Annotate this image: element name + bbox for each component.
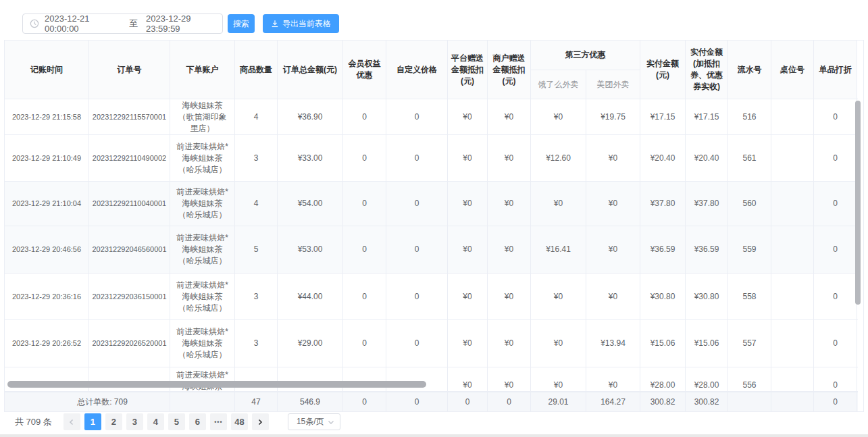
table-row: 2023-12-29 20:36:16 202312292036150001 前… [5, 274, 858, 320]
search-button[interactable]: 搜索 [228, 14, 255, 33]
cell-paid-coupon: ¥15.06 [686, 320, 728, 367]
cell-meituan: ¥0 [586, 182, 640, 226]
more-pages-icon[interactable]: ••• [210, 413, 227, 430]
cell-total: ¥44.00 [278, 274, 343, 319]
cell-time: 2023-12-29 20:36:16 [5, 274, 89, 319]
cell-member: 0 [343, 99, 386, 134]
summary-serial [728, 392, 771, 411]
summary-meituan: 164.27 [586, 392, 640, 411]
cell-total: ¥33.00 [278, 135, 343, 181]
pagination-total: 共 709 条 [15, 416, 52, 428]
export-button[interactable]: 导出当前表格 [263, 14, 339, 33]
page-button-6[interactable]: 6 [189, 413, 206, 430]
col-header-total: 订单总金额(元) [278, 41, 343, 99]
col-header-third-party: 第三方优惠 [531, 41, 640, 70]
cell-discount: 0 [814, 367, 857, 391]
cell-time: 2023-12-29 21:10:04 [5, 182, 89, 226]
page-button-4[interactable]: 4 [147, 413, 164, 430]
summary-account [170, 392, 235, 411]
cell-account: 海峡姐妹茶（歌笛湖印象里店） [170, 99, 235, 134]
page-button-2[interactable]: 2 [105, 413, 122, 430]
cell-serial: 558 [728, 274, 771, 319]
cell-table-no [771, 367, 814, 391]
col-header-merchant: 商户赠送金额抵扣(元) [488, 41, 531, 99]
cell-serial: 556 [728, 367, 771, 391]
cell-eleme: ¥0 [531, 274, 586, 319]
cell-order: 202312292110040001 [89, 182, 170, 226]
cell-serial: 516 [728, 99, 771, 134]
summary-custom: 0 [386, 392, 448, 411]
cell-order: 202312292046560001 [89, 226, 170, 273]
next-page-button[interactable] [252, 413, 269, 430]
cell-paid: ¥36.59 [640, 226, 686, 273]
cell-discount: 0 [814, 274, 857, 319]
summary-platform: 0 [448, 392, 488, 411]
cell-custom: 0 [386, 274, 448, 319]
cell-meituan: ¥13.94 [586, 320, 640, 367]
page-button-1[interactable]: 1 [84, 413, 101, 430]
orders-table: 记账时间 订单号 下单账户 商品数量 订单总金额(元) 会员权益优惠 自定义价格… [4, 40, 864, 412]
col-header-qty: 商品数量 [235, 41, 278, 99]
cell-serial: 560 [728, 182, 771, 226]
chevron-down-icon [328, 419, 334, 426]
cell-merchant: ¥0 [488, 367, 531, 391]
summary-discount: 0 [814, 392, 857, 411]
cell-table-no [771, 135, 814, 181]
page-button-5[interactable]: 5 [168, 413, 185, 430]
cell-platform: ¥0 [448, 99, 488, 134]
cell-order: 202312292115570001 [89, 99, 170, 134]
date-end-value[interactable]: 2023-12-29 23:59:59 [146, 14, 222, 34]
summary-eleme: 29.01 [531, 392, 586, 411]
cell-time: 2023-12-29 21:10:49 [5, 135, 89, 181]
col-header-account: 下单账户 [170, 41, 235, 99]
cell-merchant: ¥0 [488, 99, 531, 134]
cell-eleme: ¥12.60 [531, 135, 586, 181]
cell-member: 0 [343, 226, 386, 273]
col-group-third-party: 第三方优惠 饿了么外卖 美团外卖 [531, 41, 640, 99]
summary-table-no [771, 392, 814, 411]
cell-total: ¥53.00 [278, 226, 343, 273]
cell-custom: 0 [386, 99, 448, 134]
cell-paid-coupon: ¥30.80 [686, 274, 728, 319]
table-row: 2023-12-29 20:46:56 202312292046560001 前… [5, 226, 858, 274]
cell-qty: 3 [235, 135, 278, 181]
cell-table-no [771, 274, 814, 319]
cell-qty: 4 [235, 99, 278, 134]
cell-order: 202312292110490002 [89, 135, 170, 181]
vertical-scrollbar-thumb[interactable] [855, 101, 861, 305]
table-row: 2023-12-29 20:26:52 202312292026520001 前… [5, 320, 858, 367]
col-header-custom: 自定义价格 [386, 41, 448, 99]
cell-member: 0 [343, 182, 386, 226]
col-header-platform: 平台赠送金额抵扣(元) [448, 41, 488, 99]
export-button-label: 导出当前表格 [282, 18, 331, 30]
horizontal-scrollbar-thumb[interactable] [7, 381, 426, 388]
cell-table-no [771, 320, 814, 367]
cell-merchant: ¥0 [488, 182, 531, 226]
cell-eleme: ¥0 [531, 182, 586, 226]
cell-total: ¥54.00 [278, 182, 343, 226]
cell-account: 前进麦味烘焙*海峡姐妹茶（哈乐城店） [170, 274, 235, 319]
cell-member: 0 [343, 274, 386, 319]
page-button-3[interactable]: 3 [126, 413, 143, 430]
prev-page-button[interactable] [63, 413, 80, 430]
cell-paid-coupon: ¥36.59 [686, 226, 728, 273]
table-row: 2023-12-29 21:10:04 202312292110040001 前… [5, 182, 858, 226]
summary-row: 总计单数: 709 47 546.9 0 0 0 0 29.01 164.27 … [5, 392, 858, 411]
date-range-input[interactable]: 2023-12-21 00:00:00 至 2023-12-29 23:59:5… [22, 14, 223, 34]
cell-member: 0 [343, 320, 386, 367]
cell-merchant: ¥0 [488, 226, 531, 273]
cell-table-no [771, 226, 814, 273]
date-start-value[interactable]: 2023-12-21 00:00:00 [45, 14, 121, 34]
cell-platform: ¥0 [448, 182, 488, 226]
page-size-select[interactable]: 15条/页 [288, 413, 340, 430]
cell-table-no [771, 182, 814, 226]
page-button-last[interactable]: 48 [231, 413, 248, 430]
cell-custom: 0 [386, 320, 448, 367]
cell-custom: 0 [386, 182, 448, 226]
col-header-discount: 单品打折 [814, 41, 857, 99]
col-header-member: 会员权益优惠 [343, 41, 386, 99]
cell-paid: ¥28.00 [640, 367, 686, 391]
cell-paid: ¥17.15 [640, 99, 686, 134]
cell-time: 2023-12-29 20:46:56 [5, 226, 89, 273]
pagination-bar: 共 709 条 1 2 3 4 5 6 ••• 48 15条/页 [15, 413, 340, 430]
